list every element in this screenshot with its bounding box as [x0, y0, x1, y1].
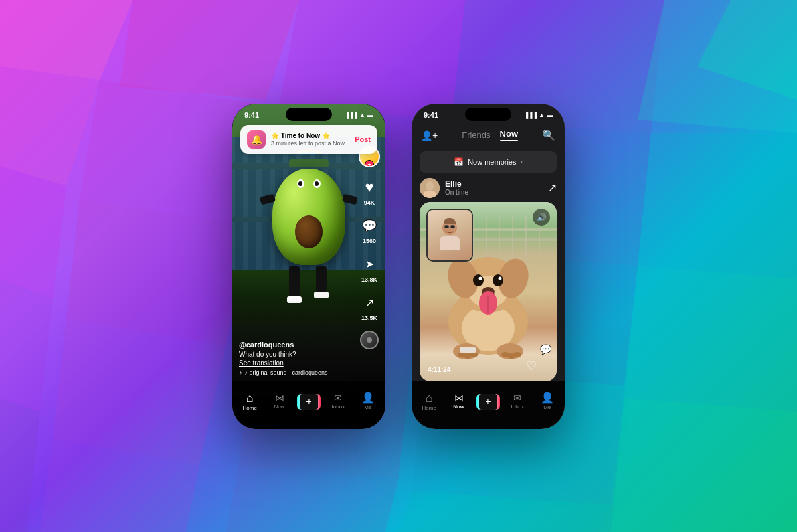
comment-count: 1560	[363, 238, 376, 244]
signal-icon-1: ▐▐▐	[345, 112, 357, 118]
dynamic-island-1	[286, 108, 332, 121]
notification-subtitle: 3 minutes left to post a Now.	[271, 140, 349, 147]
wifi-icon-1: ▲	[359, 112, 365, 118]
memories-chevron-icon: ›	[521, 158, 523, 165]
user-status: On time	[445, 189, 468, 196]
memories-bar[interactable]: 📅 Now memories ›	[420, 151, 557, 173]
avocado-eyes	[297, 179, 321, 188]
calendar-icon: 📅	[454, 157, 464, 167]
inbox-icon-1: ✉	[334, 393, 342, 402]
home-label-2: Home	[422, 405, 436, 411]
video-description: What do you think?	[239, 351, 352, 358]
me-label-2: Me	[543, 404, 551, 410]
notification-text: ⭐ Time to Now ⭐ 3 minutes left to post a…	[271, 132, 349, 147]
see-translation-link[interactable]: See translation	[239, 359, 352, 367]
selfie-inner	[428, 210, 472, 260]
me-label-1: Me	[364, 404, 371, 410]
svg-point-28	[499, 276, 502, 280]
avatar-image	[420, 178, 440, 198]
status-icons-1: ▐▐▐ ▲ ▬	[345, 112, 373, 118]
phone-1: 9:41 ▐▐▐ ▲ ▬ 🔔 ⭐ Time to Now ⭐ 3 minutes…	[232, 104, 385, 429]
heart-overlay-button[interactable]: ♡	[526, 359, 537, 373]
music-disc	[360, 331, 379, 349]
svg-point-26	[493, 274, 503, 286]
right-arm	[342, 193, 358, 205]
video-username: @cardioqueens	[239, 341, 352, 349]
status-bar-2: 9:41 ▐▐▐ ▲ ▬	[412, 104, 565, 122]
phone1-content: 9:41 ▐▐▐ ▲ ▬ 🔔 ⭐ Time to Now ⭐ 3 minutes…	[232, 104, 385, 429]
svg-point-27	[479, 276, 482, 280]
bottom-nav-1: ⌂ Home ⋈ Now + ✉ Inbox 👤	[232, 381, 385, 429]
video-timestamp: 4:11:24	[428, 366, 450, 373]
signal-icon-2: ▐▐▐	[524, 112, 537, 118]
video-sidebar: + ♥ 94K 💬 1560 ➤ 13.8K ↗ 13.5K	[359, 146, 380, 349]
svg-point-25	[473, 274, 484, 286]
user-details: Ellie On time	[445, 179, 468, 196]
comment-icon: 💬	[359, 215, 380, 236]
avocado-body	[272, 169, 345, 265]
selfie-person-head	[442, 221, 457, 235]
nav-create-2[interactable]: +	[476, 394, 501, 410]
add-friend-button[interactable]: 👤+	[421, 130, 438, 141]
now-label-1: Now	[274, 404, 285, 410]
phone2-top-nav: 👤+ Friends Now 🔍	[412, 122, 565, 149]
nav-now-1[interactable]: ⋈ Now	[267, 393, 292, 410]
video-music: ♪ ♪ original sound - cardioqueens	[239, 369, 352, 376]
nav-me-1[interactable]: 👤 Me	[355, 393, 381, 410]
phone2-content: 9:41 ▐▐▐ ▲ ▬ 👤+ Friends Now 🔍 📅	[412, 104, 565, 429]
main-photo: 🔊 4:11:24 ♡ 💬	[420, 202, 557, 381]
time-display-2: 9:41	[424, 111, 438, 119]
comment-button[interactable]: 💬 1560	[359, 215, 380, 244]
nav-create-1[interactable]: +	[296, 394, 321, 410]
comment-overlay-button[interactable]: 💬	[540, 344, 551, 355]
wifi-icon-2: ▲	[539, 112, 545, 118]
now-label-2: Now	[453, 404, 464, 410]
sound-icon[interactable]: 🔊	[533, 209, 550, 226]
share-button-2[interactable]: ↗	[548, 181, 557, 194]
share-icon: ↗	[359, 292, 380, 313]
create-button-1[interactable]: +	[297, 394, 321, 410]
memories-label: Now memories	[468, 158, 516, 166]
svg-rect-7	[424, 191, 436, 198]
inbox-label-1: Inbox	[332, 404, 345, 410]
bookmark-button[interactable]: ➤ 13.8K	[359, 254, 380, 283]
nav-inbox-1[interactable]: ✉ Inbox	[325, 393, 351, 410]
nav-home-2[interactable]: ⌂ Home	[416, 392, 442, 411]
avocado-pit	[295, 215, 323, 248]
notification-banner[interactable]: 🔔 ⭐ Time to Now ⭐ 3 minutes left to post…	[240, 125, 377, 154]
selfie-overlay	[426, 209, 473, 262]
create-button-2[interactable]: +	[476, 394, 500, 410]
battery-icon-2: ▬	[547, 112, 553, 118]
tabs-container: Friends Now	[462, 129, 518, 141]
search-button-2[interactable]: 🔍	[542, 129, 555, 141]
share-button[interactable]: ↗ 13.5K	[359, 292, 380, 321]
nav-now-2[interactable]: ⋈ Now	[446, 393, 472, 410]
like-count: 94K	[364, 199, 375, 206]
notification-post-button[interactable]: Post	[355, 135, 371, 143]
tab-friends[interactable]: Friends	[462, 130, 490, 140]
user-row: Ellie On time ↗	[420, 178, 557, 198]
share-count: 13.5K	[361, 315, 377, 321]
like-button[interactable]: ♥ 94K	[359, 177, 380, 206]
now-icon-1: ⋈	[275, 393, 284, 402]
notification-icon: 🔔	[247, 130, 266, 149]
left-arm	[260, 193, 276, 205]
plus-icon-1: +	[306, 396, 311, 408]
nav-inbox-2[interactable]: ✉ Inbox	[505, 393, 530, 410]
follow-plus-button[interactable]: +	[365, 160, 374, 167]
selfie-person-body	[440, 236, 460, 250]
time-display-1: 9:41	[244, 111, 259, 119]
tab-now[interactable]: Now	[500, 129, 518, 141]
nav-me-2[interactable]: 👤 Me	[535, 393, 560, 410]
inbox-label-2: Inbox	[511, 404, 525, 410]
status-bar-1: 9:41 ▐▐▐ ▲ ▬	[232, 104, 385, 122]
profile-icon-2: 👤	[541, 393, 554, 403]
notification-title: ⭐ Time to Now ⭐	[271, 132, 349, 139]
now-icon-2: ⋈	[454, 393, 464, 402]
inbox-icon-2: ✉	[513, 393, 521, 402]
bookmark-icon: ➤	[359, 254, 380, 275]
phone-2: 9:41 ▐▐▐ ▲ ▬ 👤+ Friends Now 🔍 📅	[412, 104, 565, 429]
profile-icon-1: 👤	[361, 393, 375, 403]
nav-home-1[interactable]: ⌂ Home	[237, 392, 262, 411]
bookmark-count: 13.8K	[361, 276, 377, 283]
